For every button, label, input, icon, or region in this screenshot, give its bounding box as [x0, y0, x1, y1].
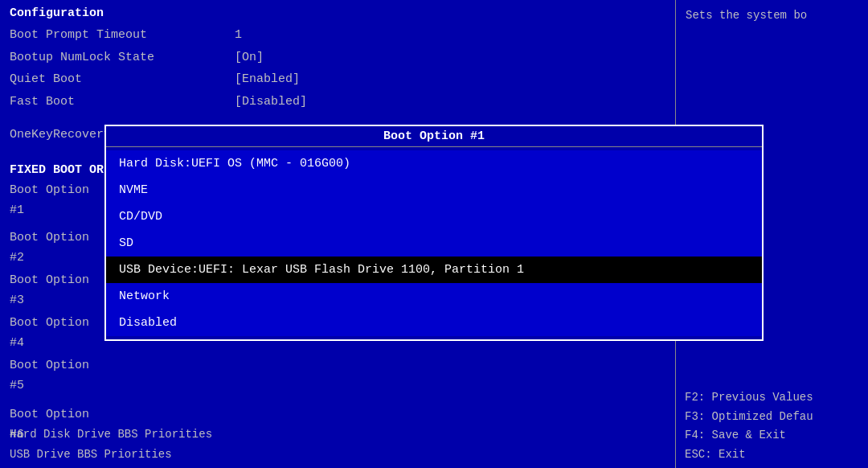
boot-option-label-2: Boot Option #2 — [10, 228, 90, 269]
f4-label[interactable]: F4: Save & Exit — [685, 426, 858, 445]
popup-item-3[interactable]: SD — [106, 230, 762, 257]
boot-option-popup: Boot Option #1 Hard Disk:UEFI OS (MMC - … — [104, 125, 764, 341]
boot-option-label-5: Boot Option #5 — [10, 355, 90, 396]
config-row-prompt-timeout: Boot Prompt Timeout 1 — [10, 25, 665, 46]
config-value-fast-boot[interactable]: [Disabled] — [235, 92, 307, 113]
config-value-numlock[interactable]: [On] — [235, 47, 264, 68]
esc-label[interactable]: ESC: Exit — [685, 445, 858, 465]
config-value-quiet-boot[interactable]: [Enabled] — [235, 69, 300, 90]
boot-option-label-1: Boot Option #1 — [10, 180, 90, 221]
config-row-numlock: Bootup NumLock State [On] — [10, 47, 665, 68]
boot-option-label-3: Boot Option #3 — [10, 270, 90, 311]
right-panel-help: Sets the system bo — [686, 6, 858, 24]
usb-bbs-link[interactable]: USB Drive BBS Priorities — [10, 445, 665, 465]
boot-option-label-4: Boot Option #4 — [10, 313, 90, 354]
boot-option-row-5[interactable]: Boot Option #5 — [10, 355, 665, 396]
popup-content: Hard Disk:UEFI OS (MMC - 016G00) NVME CD… — [106, 147, 762, 339]
popup-item-6[interactable]: Disabled — [106, 310, 762, 336]
bottom-bar: F2: Previous Values F3: Optimized Defau … — [675, 385, 868, 468]
config-label-prompt-timeout: Boot Prompt Timeout — [10, 25, 235, 46]
config-row-quiet-boot: Quiet Boot [Enabled] — [10, 69, 665, 90]
popup-item-5[interactable]: Network — [106, 283, 762, 310]
main-area: Configuration Boot Prompt Timeout 1 Boot… — [0, 0, 868, 468]
popup-title: Boot Option #1 — [106, 126, 762, 147]
left-panel: Configuration Boot Prompt Timeout 1 Boot… — [0, 0, 675, 468]
config-label-quiet-boot: Quiet Boot — [10, 69, 235, 90]
bottom-left-links: Hard Disk Drive BBS Priorities USB Drive… — [0, 421, 675, 468]
popup-item-1[interactable]: NVME — [106, 177, 762, 203]
config-row-fast-boot: Fast Boot [Disabled] — [10, 92, 665, 113]
popup-item-0[interactable]: Hard Disk:UEFI OS (MMC - 016G00) — [106, 150, 762, 177]
section-title: Configuration — [10, 6, 665, 20]
hdd-bbs-link[interactable]: Hard Disk Drive BBS Priorities — [10, 425, 665, 445]
f2-label[interactable]: F2: Previous Values — [685, 388, 858, 408]
popup-item-2[interactable]: CD/DVD — [106, 203, 762, 230]
config-value-prompt-timeout[interactable]: 1 — [235, 25, 242, 46]
config-label-fast-boot: Fast Boot — [10, 92, 235, 113]
popup-item-4[interactable]: USB Device:UEFI: Lexar USB Flash Drive 1… — [106, 257, 762, 283]
config-label-numlock: Bootup NumLock State — [10, 47, 235, 68]
f3-label[interactable]: F3: Optimized Defau — [685, 408, 858, 427]
